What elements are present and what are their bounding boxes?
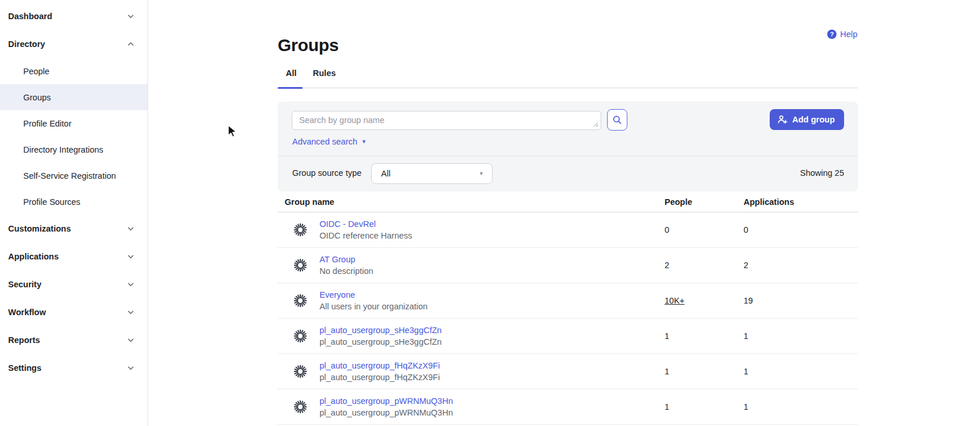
group-icon [293, 293, 308, 308]
add-group-button[interactable]: Add group [770, 109, 844, 130]
sidebar-item-people[interactable]: People [0, 58, 148, 84]
mouse-cursor [227, 124, 239, 138]
page-title: Groups [278, 35, 339, 55]
table-row[interactable]: pl_auto_usergroup_pWRNMuQ3Hn pl_auto_use… [278, 389, 858, 425]
sidebar-item-label: Directory Integrations [23, 145, 103, 154]
sidebar-item-security[interactable]: Security [0, 270, 148, 298]
group-description: pl_auto_usergroup_fHqZKzX9Fi [320, 373, 665, 382]
chevron-down-icon [127, 280, 135, 288]
group-description: pl_auto_usergroup_pWRNMuQ3Hn [320, 408, 665, 417]
group-icon [293, 399, 308, 414]
chevron-down-icon [127, 336, 135, 344]
search-field-wrap [292, 111, 601, 130]
add-group-icon [777, 115, 788, 124]
source-type-section: Group source type All ▼ Showing 25 [278, 156, 858, 191]
sidebar-item-label: Profile Sources [23, 197, 80, 207]
table-row[interactable]: pl_auto_usergroup_fHqZKzX9Fi pl_auto_use… [278, 354, 858, 389]
tab-rules[interactable]: Rules [312, 64, 338, 88]
applications-count: 1 [744, 367, 858, 376]
advanced-search-label: Advanced search [292, 137, 357, 146]
group-icon [293, 222, 308, 237]
sidebar-item-label: Self-Service Registration [23, 171, 116, 180]
sidebar-item-directory[interactable]: Directory [0, 30, 148, 58]
chevron-up-icon [127, 40, 135, 48]
group-name-link[interactable]: AT Group [320, 255, 665, 264]
sidebar-item-label: Customizations [8, 224, 71, 233]
sidebar-item-label: Reports [8, 335, 40, 345]
sidebar-item-self-service-registration[interactable]: Self-Service Registration [0, 163, 148, 189]
sidebar-item-reports[interactable]: Reports [0, 326, 148, 354]
sidebar-item-label: Groups [23, 93, 51, 102]
group-name-link[interactable]: Everyone [320, 290, 665, 299]
sidebar-item-workflow[interactable]: Workflow [0, 298, 148, 326]
source-type-label: Group source type [292, 168, 361, 178]
people-count: 1 [665, 367, 744, 376]
sidebar-item-applications[interactable]: Applications [0, 243, 148, 270]
sidebar-item-customizations[interactable]: Customizations [0, 215, 148, 243]
group-name-link[interactable]: pl_auto_usergroup_pWRNMuQ3Hn [320, 396, 665, 406]
table-header: Group name People Applications [278, 192, 858, 212]
sidebar-item-label: People [23, 67, 49, 76]
tab-all[interactable]: All [285, 64, 298, 88]
advanced-search-link[interactable]: Advanced search ▼ [292, 137, 367, 146]
sidebar-item-label: Workflow [8, 308, 46, 317]
applications-count: 19 [744, 296, 858, 305]
sidebar: Dashboard Directory People Groups Profil… [0, 0, 148, 426]
group-description: All users in your organization [320, 302, 665, 311]
chevron-down-icon [127, 225, 135, 233]
help-icon: ? [827, 30, 837, 39]
source-type-value: All [381, 169, 390, 178]
tab-bar: All Rules [278, 64, 858, 88]
sidebar-item-label: Settings [8, 363, 41, 373]
people-count: 1 [665, 331, 744, 341]
sidebar-item-label: Applications [8, 252, 59, 261]
group-icon [293, 258, 308, 273]
table-row[interactable]: OIDC - DevRel OIDC reference Harness 0 0 [278, 212, 858, 248]
chevron-down-icon [127, 308, 135, 316]
sidebar-item-profile-editor[interactable]: Profile Editor [0, 110, 148, 136]
sidebar-item-settings[interactable]: Settings [0, 354, 148, 382]
group-name-link[interactable]: pl_auto_usergroup_sHe3ggCfZn [320, 326, 665, 335]
group-name-link[interactable]: OIDC - DevRel [320, 219, 665, 229]
search-section: Advanced search ▼ Add group [278, 102, 858, 156]
sidebar-item-label: Directory [8, 39, 45, 49]
applications-count: 2 [744, 261, 858, 270]
sidebar-item-directory-integrations[interactable]: Directory Integrations [0, 136, 148, 163]
source-type-select[interactable]: All ▼ [371, 163, 493, 184]
sidebar-item-profile-sources[interactable]: Profile Sources [0, 189, 148, 215]
filter-panel: Advanced search ▼ Add group Group source… [278, 102, 858, 192]
column-people: People [665, 197, 744, 207]
sidebar-item-label: Profile Editor [23, 119, 71, 128]
add-group-label: Add group [792, 115, 835, 124]
applications-count: 1 [744, 402, 858, 411]
table-row[interactable]: Everyone All users in your organization … [278, 283, 858, 319]
caret-down-icon: ▼ [479, 171, 484, 176]
table-row[interactable]: pl_auto_usergroup_sHe3ggCfZn pl_auto_use… [278, 319, 858, 354]
people-count-link[interactable]: 10K+ [665, 296, 684, 305]
group-icon [293, 328, 308, 344]
group-description: No description [320, 266, 665, 276]
group-icon [293, 364, 308, 379]
sidebar-item-label: Dashboard [8, 12, 52, 21]
chevron-down-icon [127, 12, 135, 20]
search-button[interactable] [607, 109, 627, 131]
group-name-link[interactable]: pl_auto_usergroup_fHqZKzX9Fi [320, 361, 665, 370]
group-description: pl_auto_usergroup_sHe3ggCfZn [320, 337, 665, 346]
search-input[interactable] [292, 111, 601, 130]
sidebar-item-label: Security [8, 280, 41, 289]
people-count: 1 [665, 402, 744, 411]
people-count: 2 [665, 261, 744, 270]
caret-down-icon: ▼ [361, 139, 367, 145]
applications-count: 0 [744, 225, 858, 234]
group-description: OIDC reference Harness [320, 231, 665, 240]
help-label: Help [840, 30, 857, 39]
chevron-down-icon [127, 252, 135, 261]
applications-count: 1 [744, 331, 858, 341]
column-group-name: Group name [278, 197, 665, 207]
groups-table: Group name People Applications OIDC - De… [278, 192, 858, 425]
sidebar-item-dashboard[interactable]: Dashboard [0, 2, 148, 30]
help-link[interactable]: ? Help [827, 30, 857, 39]
sidebar-item-groups[interactable]: Groups [0, 84, 148, 110]
search-icon [612, 115, 622, 125]
table-row[interactable]: AT Group No description 2 2 [278, 248, 858, 283]
